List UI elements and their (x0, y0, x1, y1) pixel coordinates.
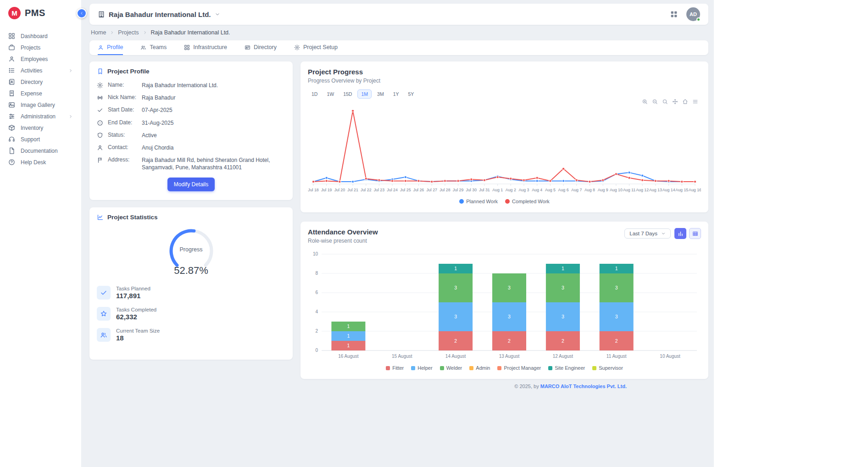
project-profile-card: Project Profile Name: Raja Bahadur Inter… (89, 61, 293, 200)
stat-tasks-completed: Tasks Completed 62,332 (97, 307, 285, 321)
avatar-initials: AD (690, 11, 697, 17)
sidebar-item-documentation[interactable]: Documentation (0, 145, 81, 156)
project-progress-card: Project Progress Progress Overview by Pr… (300, 61, 708, 212)
legend-item-planned-work[interactable]: Planned Work (459, 199, 498, 204)
attendance-overview-card: Attendance Overview Role-wise present co… (300, 222, 708, 379)
reset-zoom-icon[interactable] (682, 99, 688, 105)
legend-item-fitter[interactable]: Fitter (386, 365, 404, 371)
attendance-bar-chart-canvas[interactable]: 024681016 August11115 August14 August233… (308, 250, 701, 364)
stat-value: 117,891 (116, 292, 150, 300)
tab-directory[interactable]: Directory (245, 40, 277, 55)
range-button-1w[interactable]: 1W (323, 89, 338, 99)
image-gallery-icon (8, 101, 15, 108)
svg-text:Aug 10: Aug 10 (610, 188, 623, 192)
svg-text:Aug 11: Aug 11 (623, 188, 635, 192)
inventory-icon (8, 124, 15, 131)
range-button-5y[interactable]: 5Y (404, 89, 417, 99)
projects-icon (8, 44, 15, 51)
field-value: Raja Bahadur (142, 94, 175, 101)
legend-item-site-engineer[interactable]: Site Engineer (548, 365, 585, 371)
range-button-3m[interactable]: 3M (373, 89, 388, 99)
legend-label: Site Engineer (555, 365, 585, 371)
sidebar-collapse-button[interactable] (77, 8, 87, 18)
svg-text:Jul 23: Jul 23 (374, 188, 385, 192)
menu-icon[interactable] (692, 99, 698, 105)
svg-text:Aug 2: Aug 2 (506, 188, 516, 192)
sidebar-item-dashboard[interactable]: Dashboard (0, 30, 81, 42)
breadcrumb-item-projects[interactable]: Projects (118, 29, 139, 36)
apps-grid-icon[interactable] (670, 10, 678, 18)
legend-item-project-manager[interactable]: Project Manager (497, 365, 541, 371)
field-value: Raja Bahadur Mill Rd, behind Sheraton Gr… (142, 156, 285, 171)
sidebar-item-administration[interactable]: Administration (0, 111, 81, 122)
shield-icon (97, 132, 103, 139)
svg-text:1: 1 (347, 333, 350, 339)
zoom-in-icon[interactable] (642, 99, 648, 105)
profile-field-nick-name-: Nick Name: Raja Bahadur (97, 94, 285, 101)
bookmark-icon (97, 68, 104, 75)
progress-line-chart-canvas[interactable]: Jul 18Jul 19Jul 20Jul 21Jul 22Jul 23Jul … (308, 100, 701, 198)
svg-text:14 August: 14 August (445, 354, 466, 359)
svg-text:1: 1 (347, 343, 350, 348)
legend-item-completed-work[interactable]: Completed Work (505, 199, 550, 204)
modify-details-button[interactable]: Modify Details (167, 178, 215, 191)
gear-icon (97, 82, 103, 89)
bar-chart-icon (678, 231, 684, 237)
expense-icon (8, 90, 15, 97)
pan-icon[interactable] (672, 99, 678, 105)
users-icon (140, 44, 146, 50)
range-buttons: 1D1W15D1M3M1Y5Y (308, 89, 701, 99)
svg-text:Aug 16: Aug 16 (689, 188, 701, 192)
sidebar-item-support[interactable]: Support (0, 133, 81, 145)
legend-item-admin[interactable]: Admin (469, 365, 490, 371)
sidebar-item-directory[interactable]: Directory (0, 76, 81, 88)
tab-project-setup[interactable]: Project Setup (294, 40, 338, 55)
range-button-15d[interactable]: 15D (339, 89, 356, 99)
svg-text:Jul 21: Jul 21 (347, 188, 358, 192)
view-button-bar-chart-icon[interactable] (674, 228, 686, 239)
tab-profile[interactable]: Profile (98, 40, 123, 55)
view-button-table-icon[interactable] (689, 228, 701, 239)
gear-icon (294, 44, 300, 50)
svg-text:Jul 18: Jul 18 (308, 188, 319, 192)
svg-text:Jul 30: Jul 30 (466, 188, 477, 192)
range-button-1m[interactable]: 1M (357, 89, 372, 99)
tab-label: Directory (254, 44, 277, 50)
attendance-range-select[interactable]: Last 7 Days (624, 228, 671, 239)
tabs-bar: Profile Teams Infrastructure Directory P… (89, 40, 708, 55)
stat-value: 18 (116, 334, 160, 342)
svg-text:Aug 13: Aug 13 (649, 188, 662, 192)
footer-link[interactable]: MARCO AIoT Technologies Pvt. Ltd. (540, 384, 627, 389)
svg-text:Aug 8: Aug 8 (584, 188, 595, 192)
svg-text:2: 2 (615, 338, 618, 344)
progress-chart-subtitle: Progress Overview by Project (308, 78, 380, 84)
chevron-left-icon (79, 11, 84, 16)
sidebar-item-projects[interactable]: Projects (0, 42, 81, 53)
svg-text:3: 3 (615, 285, 618, 290)
avatar[interactable]: AD (686, 7, 700, 21)
sidebar-item-help-desk[interactable]: Help Desk (0, 156, 81, 168)
sidebar-item-image-gallery[interactable]: Image Gallery (0, 99, 81, 111)
tab-infrastructure[interactable]: Infrastructure (184, 40, 227, 55)
range-button-1d[interactable]: 1D (308, 89, 321, 99)
sidebar-item-label: Administration (21, 113, 56, 120)
sidebar-item-inventory[interactable]: Inventory (0, 122, 81, 133)
app-logo[interactable]: M PMS (0, 0, 81, 24)
legend-item-welder[interactable]: Welder (440, 365, 462, 371)
legend-item-supervisor[interactable]: Supervisor (592, 365, 623, 371)
sidebar-item-expense[interactable]: Expense (0, 88, 81, 99)
tab-teams[interactable]: Teams (140, 40, 167, 55)
svg-text:Aug 6: Aug 6 (558, 188, 569, 192)
profile-field-end-date-: End Date: 31-Aug-2025 (97, 119, 285, 127)
sidebar-item-employees[interactable]: Employees (0, 53, 81, 65)
range-button-1y[interactable]: 1Y (389, 89, 403, 99)
selection-zoom-icon[interactable] (662, 99, 668, 105)
sidebar-item-activities[interactable]: Activities (0, 65, 81, 76)
legend-item-helper[interactable]: Helper (411, 365, 432, 371)
zoom-out-icon[interactable] (652, 99, 658, 105)
breadcrumb-item-home[interactable]: Home (91, 29, 106, 36)
company-selector[interactable]: Raja Bahadur International Ltd. (98, 11, 220, 18)
star-icon (100, 310, 107, 317)
svg-text:2: 2 (508, 338, 511, 344)
tab-label: Project Setup (303, 44, 338, 50)
